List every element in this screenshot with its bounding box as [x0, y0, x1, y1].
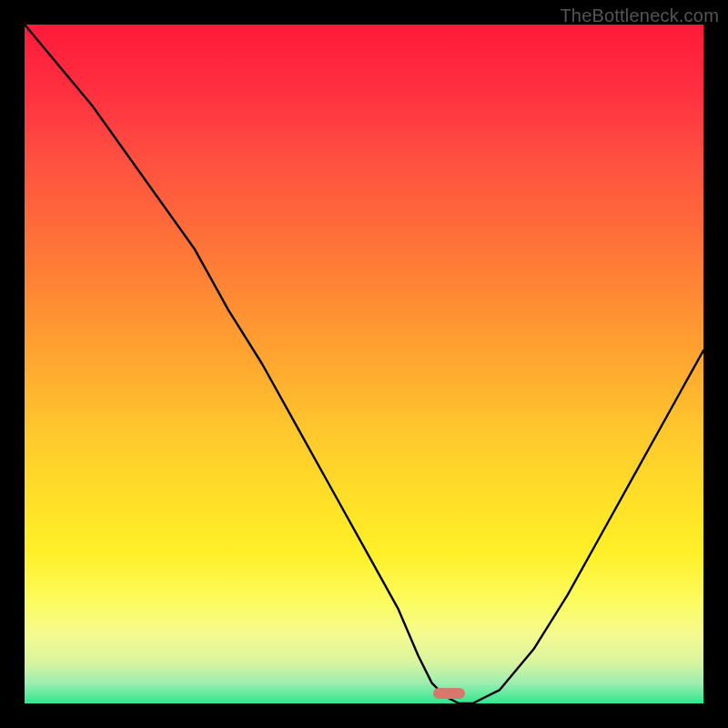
- chart-frame: TheBottleneck.com: [0, 0, 728, 728]
- gradient-background: [25, 25, 703, 703]
- plot-area: [25, 25, 703, 703]
- optimal-point-marker: [433, 688, 465, 699]
- chart-svg: [25, 25, 703, 703]
- watermark-text: TheBottleneck.com: [560, 5, 719, 26]
